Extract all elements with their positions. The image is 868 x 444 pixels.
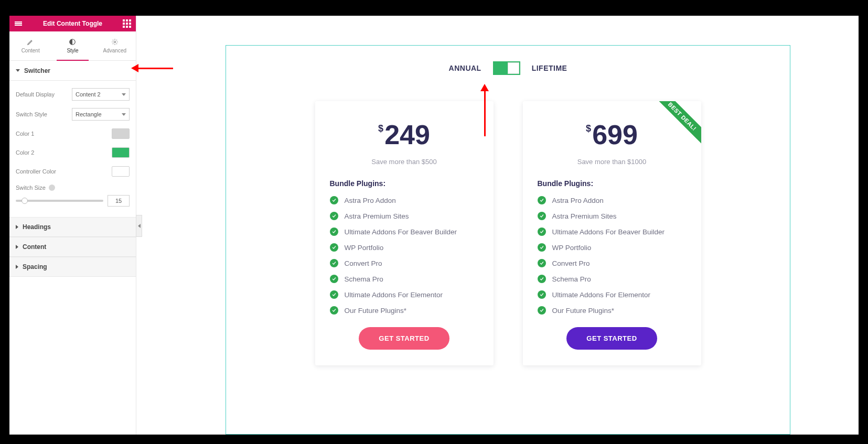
features-list-a: Astra Pro AddonAstra Premium SitesUltima… — [330, 196, 479, 315]
feature-item: Astra Premium Sites — [330, 212, 479, 220]
menu-icon[interactable] — [14, 19, 23, 28]
tab-content[interactable]: Content — [9, 31, 51, 60]
apps-icon[interactable] — [122, 19, 132, 28]
switch-size-slider[interactable] — [16, 200, 103, 202]
feature-item: Astra Premium Sites — [538, 212, 687, 220]
panel-tabs: Content Style Advanced — [9, 31, 136, 61]
switch-style-label: Switch Style — [16, 111, 47, 117]
section-content[interactable]: Content — [9, 237, 136, 257]
features-title: Bundle Plugins: — [538, 179, 687, 188]
check-icon — [538, 290, 546, 299]
feature-item: Convert Pro — [538, 259, 687, 267]
switch-size-input[interactable]: 15 — [108, 195, 130, 207]
check-icon — [330, 243, 338, 252]
section-switcher[interactable]: Switcher — [9, 61, 136, 81]
check-icon — [538, 196, 546, 204]
section-content-label: Content — [23, 243, 46, 251]
section-spacing[interactable]: Spacing — [9, 257, 136, 277]
controller-color-label: Controller Color — [16, 168, 56, 175]
panel-title: Edit Content Toggle — [43, 20, 102, 27]
features-list-b: Astra Pro AddonAstra Premium SitesUltima… — [538, 196, 687, 315]
tab-style-label: Style — [67, 48, 78, 53]
feature-item: Schema Pro — [538, 275, 687, 283]
price: $699 — [538, 119, 687, 150]
pricing-card-annual: $249 Save more than $500 Bundle Plugins:… — [315, 101, 494, 365]
responsive-icon[interactable] — [49, 185, 55, 191]
editor-sidebar: Edit Content Toggle Content Style Advanc… — [9, 16, 136, 435]
panel-header: Edit Content Toggle — [9, 16, 136, 31]
switch-size-label: Switch Size — [16, 185, 46, 191]
svg-point-1 — [114, 41, 116, 43]
chevron-down-icon — [122, 93, 126, 96]
content-toggle: ANNUAL LIFETIME — [226, 46, 790, 80]
check-icon — [538, 228, 546, 236]
section-spacing-label: Spacing — [23, 263, 47, 270]
check-icon — [538, 306, 546, 315]
color1-swatch[interactable] — [112, 128, 130, 139]
style-icon — [69, 38, 76, 46]
check-icon — [538, 243, 546, 252]
canvas-section[interactable]: ANNUAL LIFETIME $249 Save more than $500… — [226, 45, 790, 435]
section-headings[interactable]: Headings — [9, 217, 136, 237]
color1-label: Color 1 — [16, 131, 34, 137]
annotation-arrow — [480, 84, 489, 136]
check-icon — [330, 228, 338, 236]
feature-item: Our Future Plugins* — [538, 306, 687, 315]
check-icon — [538, 275, 546, 283]
switch-style-value: Rectangle — [76, 111, 102, 117]
editor-canvas: ANNUAL LIFETIME $249 Save more than $500… — [136, 16, 859, 435]
feature-item: Ultimate Addons For Elementor — [330, 290, 479, 299]
annotation-arrow — [131, 64, 173, 72]
feature-item: WP Portfolio — [538, 243, 687, 252]
feature-item: Astra Pro Addon — [330, 196, 479, 204]
default-display-value: Content 2 — [76, 91, 101, 98]
price-subtitle: Save more than $1000 — [538, 158, 687, 166]
feature-item: Ultimate Addons For Beaver Builder — [538, 228, 687, 236]
price-subtitle: Save more than $500 — [330, 158, 479, 166]
tab-advanced[interactable]: Advanced — [94, 31, 136, 60]
controller-color-swatch[interactable] — [112, 166, 130, 177]
tab-style[interactable]: Style — [51, 31, 93, 60]
check-icon — [330, 306, 338, 315]
feature-item: Ultimate Addons For Elementor — [538, 290, 687, 299]
feature-item: Schema Pro — [330, 275, 479, 283]
check-icon — [330, 212, 338, 220]
price: $249 — [330, 119, 479, 150]
section-switcher-label: Switcher — [24, 67, 50, 74]
feature-item: Ultimate Addons For Beaver Builder — [330, 228, 479, 236]
switch-style-select[interactable]: Rectangle — [72, 108, 130, 121]
toggle-label-left: ANNUAL — [449, 64, 481, 72]
color2-label: Color 2 — [16, 149, 34, 156]
tab-advanced-label: Advanced — [103, 48, 126, 53]
panel-collapse-handle[interactable] — [136, 215, 142, 237]
gear-icon — [111, 38, 119, 46]
default-display-label: Default Display — [16, 91, 55, 98]
feature-item: Astra Pro Addon — [538, 196, 687, 204]
check-icon — [538, 259, 546, 267]
check-icon — [330, 196, 338, 204]
feature-item: Our Future Plugins* — [330, 306, 479, 315]
color2-swatch[interactable] — [112, 147, 130, 158]
check-icon — [330, 290, 338, 299]
check-icon — [538, 212, 546, 220]
check-icon — [330, 275, 338, 283]
default-display-select[interactable]: Content 2 — [72, 88, 130, 101]
features-title: Bundle Plugins: — [330, 179, 479, 188]
chevron-down-icon — [122, 113, 126, 116]
toggle-label-right: LIFETIME — [532, 64, 567, 72]
section-switcher-body: Default Display Content 2 Switch Style R… — [9, 81, 136, 217]
toggle-switch[interactable] — [493, 61, 520, 75]
section-headings-label: Headings — [23, 223, 51, 231]
tab-content-label: Content — [22, 48, 40, 53]
feature-item: Convert Pro — [330, 259, 479, 267]
check-icon — [330, 259, 338, 267]
pencil-icon — [27, 38, 34, 46]
get-started-button[interactable]: GET STARTED — [359, 327, 449, 350]
get-started-button[interactable]: GET STARTED — [566, 327, 657, 350]
pricing-card-lifetime: BEST DEAL! $699 Save more than $1000 Bun… — [523, 101, 701, 365]
feature-item: WP Portfolio — [330, 243, 479, 252]
